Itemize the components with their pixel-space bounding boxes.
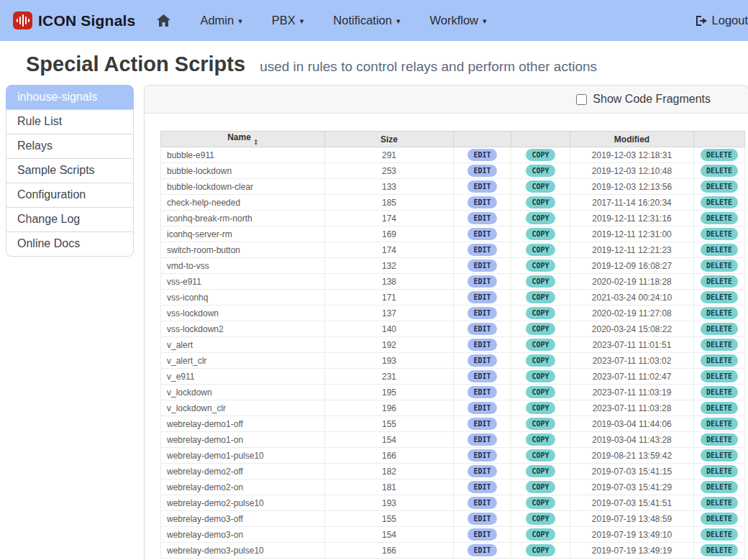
- script-modified: 2017-11-14 16:20:34: [570, 195, 694, 211]
- copy-button[interactable]: COPY: [526, 386, 555, 398]
- delete-button[interactable]: DELETE: [701, 544, 738, 556]
- edit-button[interactable]: EDIT: [468, 433, 496, 446]
- copy-button[interactable]: COPY: [526, 513, 555, 525]
- delete-button[interactable]: DELETE: [701, 149, 738, 161]
- sidebar-item-sample-scripts[interactable]: Sample Scripts: [6, 158, 134, 183]
- script-size: 192: [325, 337, 454, 353]
- edit-button[interactable]: EDIT: [468, 165, 496, 177]
- nav-item-admin[interactable]: Admin ▾: [200, 14, 242, 27]
- column-header-modified: Modified: [570, 132, 694, 147]
- delete-button[interactable]: DELETE: [701, 497, 738, 509]
- edit-button[interactable]: EDIT: [468, 291, 496, 303]
- edit-button[interactable]: EDIT: [468, 418, 496, 430]
- sidebar-item-change-log[interactable]: Change Log: [6, 207, 134, 232]
- edit-button[interactable]: EDIT: [468, 497, 496, 509]
- copy-button[interactable]: COPY: [526, 307, 555, 319]
- copy-button[interactable]: COPY: [526, 433, 555, 446]
- delete-button[interactable]: DELETE: [701, 449, 738, 462]
- delete-button[interactable]: DELETE: [701, 307, 738, 319]
- delete-button[interactable]: DELETE: [701, 228, 738, 240]
- delete-button[interactable]: DELETE: [701, 354, 738, 367]
- edit-button[interactable]: EDIT: [468, 149, 496, 161]
- edit-button[interactable]: EDIT: [468, 402, 496, 414]
- edit-button[interactable]: EDIT: [468, 465, 496, 477]
- delete-button[interactable]: DELETE: [701, 323, 738, 335]
- copy-button[interactable]: COPY: [526, 228, 555, 240]
- delete-button[interactable]: DELETE: [701, 291, 738, 303]
- copy-button[interactable]: COPY: [526, 418, 555, 430]
- copy-button[interactable]: COPY: [526, 196, 555, 208]
- copy-button[interactable]: COPY: [526, 291, 555, 303]
- copy-button[interactable]: COPY: [526, 275, 555, 288]
- brand[interactable]: ICON Signals: [13, 11, 135, 30]
- delete-button[interactable]: DELETE: [701, 180, 738, 193]
- delete-button[interactable]: DELETE: [701, 433, 738, 446]
- delete-button[interactable]: DELETE: [701, 212, 738, 224]
- edit-button[interactable]: EDIT: [468, 544, 496, 556]
- copy-button[interactable]: COPY: [526, 180, 555, 193]
- delete-button[interactable]: DELETE: [701, 481, 738, 493]
- delete-button[interactable]: DELETE: [701, 465, 738, 477]
- copy-button[interactable]: COPY: [526, 354, 555, 367]
- copy-button[interactable]: COPY: [526, 339, 555, 351]
- sidebar-item-configuration[interactable]: Configuration: [6, 183, 134, 208]
- show-code-fragments-checkbox[interactable]: [576, 94, 587, 105]
- edit-button[interactable]: EDIT: [468, 513, 496, 525]
- copy-button[interactable]: COPY: [526, 465, 555, 477]
- copy-button[interactable]: COPY: [526, 260, 555, 272]
- column-header-name-label: Name: [227, 132, 251, 142]
- edit-button[interactable]: EDIT: [468, 528, 496, 541]
- copy-button[interactable]: COPY: [526, 544, 555, 556]
- show-code-fragments-label[interactable]: Show Code Fragments: [593, 93, 711, 106]
- sidebar-item-relays[interactable]: Relays: [6, 134, 134, 159]
- copy-button[interactable]: COPY: [526, 212, 555, 224]
- copy-button[interactable]: COPY: [526, 149, 555, 161]
- nav-item-pbx[interactable]: PBX ▾: [272, 14, 304, 27]
- edit-button[interactable]: EDIT: [468, 275, 496, 288]
- delete-button[interactable]: DELETE: [701, 513, 738, 525]
- table-row: switch-room-button 174 EDIT COPY 2019-12…: [161, 242, 745, 258]
- delete-button[interactable]: DELETE: [701, 386, 738, 398]
- sidebar-item-online-docs[interactable]: Online Docs: [6, 231, 134, 257]
- sidebar-item-rule-list[interactable]: Rule List: [6, 109, 134, 134]
- home-button[interactable]: [157, 14, 170, 27]
- edit-button[interactable]: EDIT: [468, 212, 496, 224]
- copy-button[interactable]: COPY: [526, 497, 555, 509]
- copy-button[interactable]: COPY: [526, 244, 555, 256]
- delete-button[interactable]: DELETE: [701, 275, 738, 288]
- edit-button[interactable]: EDIT: [468, 386, 496, 398]
- delete-button[interactable]: DELETE: [701, 402, 738, 414]
- nav-item-workflow[interactable]: Workflow ▾: [429, 14, 486, 27]
- edit-button[interactable]: EDIT: [468, 180, 496, 193]
- delete-button[interactable]: DELETE: [701, 418, 738, 430]
- edit-button[interactable]: EDIT: [468, 449, 496, 462]
- delete-button[interactable]: DELETE: [701, 260, 738, 272]
- logout-button[interactable]: Logout: [695, 14, 748, 27]
- nav-item-notification[interactable]: Notification ▾: [333, 14, 400, 27]
- copy-button[interactable]: COPY: [526, 370, 555, 382]
- delete-button[interactable]: DELETE: [701, 196, 738, 208]
- delete-button[interactable]: DELETE: [701, 339, 738, 351]
- edit-button[interactable]: EDIT: [468, 323, 496, 335]
- copy-button[interactable]: COPY: [526, 528, 555, 541]
- edit-button[interactable]: EDIT: [468, 228, 496, 240]
- column-header-name[interactable]: Name▲▼: [161, 132, 325, 147]
- edit-button[interactable]: EDIT: [468, 339, 496, 351]
- edit-button[interactable]: EDIT: [468, 481, 496, 493]
- delete-button[interactable]: DELETE: [701, 244, 738, 256]
- edit-button[interactable]: EDIT: [468, 354, 496, 367]
- copy-button[interactable]: COPY: [526, 323, 555, 335]
- delete-button[interactable]: DELETE: [701, 370, 738, 382]
- sidebar-item-inhouse-signals[interactable]: inhouse-signals: [6, 85, 134, 110]
- copy-button[interactable]: COPY: [526, 402, 555, 414]
- copy-button[interactable]: COPY: [526, 165, 555, 177]
- edit-button[interactable]: EDIT: [468, 244, 496, 256]
- edit-button[interactable]: EDIT: [468, 260, 496, 272]
- edit-button[interactable]: EDIT: [468, 370, 496, 382]
- delete-button[interactable]: DELETE: [701, 165, 738, 177]
- copy-button[interactable]: COPY: [526, 481, 555, 493]
- delete-button[interactable]: DELETE: [701, 528, 738, 541]
- copy-button[interactable]: COPY: [526, 449, 555, 462]
- edit-button[interactable]: EDIT: [468, 196, 496, 208]
- edit-button[interactable]: EDIT: [468, 307, 496, 319]
